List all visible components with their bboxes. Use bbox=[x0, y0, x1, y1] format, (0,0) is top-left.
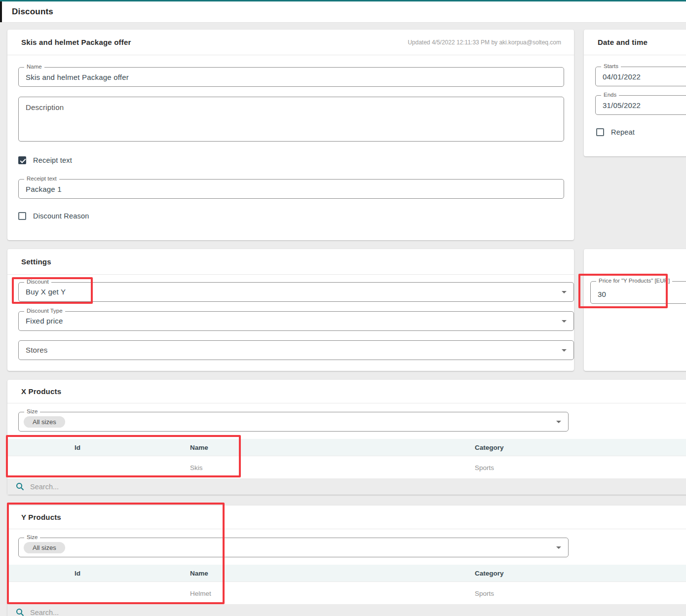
all-sizes-chip[interactable]: All sizes bbox=[24, 542, 65, 553]
checkbox-unchecked-icon[interactable] bbox=[596, 128, 604, 136]
page-title: Discounts bbox=[12, 7, 53, 17]
starts-field-label: Starts bbox=[601, 63, 621, 69]
x-products-card: X Products Size All sizes Id Name Catego… bbox=[7, 380, 686, 495]
receipt-text-field[interactable]: Receipt text bbox=[18, 179, 564, 199]
y-row-name: Helmet bbox=[190, 589, 211, 597]
settings-card-title: Settings bbox=[21, 257, 51, 266]
price-card: Price for "Y Products" [EUR] bbox=[584, 249, 686, 371]
y-size-select[interactable]: Size All sizes bbox=[18, 538, 569, 557]
x-products-header: X Products bbox=[7, 380, 686, 403]
y-products-header: Y Products bbox=[7, 506, 686, 529]
table-row[interactable]: Helmet Sports bbox=[7, 582, 686, 604]
y-table-header-row: Id Name Category bbox=[7, 565, 686, 582]
checkbox-unchecked-icon[interactable] bbox=[18, 212, 26, 220]
y-col-name: Name bbox=[190, 570, 208, 577]
discount-select-value: Buy X get Y bbox=[19, 283, 573, 301]
chevron-down-icon bbox=[562, 291, 567, 293]
discount-type-select[interactable]: Discount Type Fixed price bbox=[18, 311, 574, 331]
receipt-text-input[interactable] bbox=[19, 180, 564, 198]
offer-card-title: Skis and helmet Package offer bbox=[21, 38, 131, 46]
repeat-checkbox[interactable]: Repeat bbox=[596, 128, 635, 136]
price-field-label: Price for "Y Products" [EUR] bbox=[596, 278, 672, 284]
x-row-category: Sports bbox=[475, 464, 494, 471]
table-row[interactable]: Skis Sports bbox=[7, 456, 686, 478]
x-col-id: Id bbox=[75, 444, 80, 451]
discount-type-select-value: Fixed price bbox=[19, 312, 573, 330]
window-edge bbox=[0, 1, 2, 22]
x-size-select[interactable]: Size All sizes bbox=[18, 412, 569, 432]
y-products-search-input[interactable] bbox=[29, 608, 686, 616]
y-products-title: Y Products bbox=[21, 513, 61, 521]
datetime-card-title: Date and time bbox=[598, 38, 648, 46]
price-input[interactable] bbox=[591, 282, 686, 303]
ends-input[interactable] bbox=[596, 96, 686, 114]
x-table-header-row: Id Name Category bbox=[7, 439, 686, 456]
x-products-search-row bbox=[7, 478, 686, 495]
search-icon bbox=[16, 608, 24, 616]
discount-select[interactable]: Discount Buy X get Y bbox=[18, 282, 574, 302]
discount-reason-checkbox-label: Discount Reason bbox=[33, 212, 89, 220]
search-icon bbox=[16, 482, 24, 491]
datetime-card: Date and time Starts Ends Repeat bbox=[584, 30, 686, 156]
x-products-search-input[interactable] bbox=[29, 482, 686, 491]
name-field-label: Name bbox=[24, 64, 44, 70]
y-products-table: Id Name Category Helmet Sports bbox=[7, 565, 686, 604]
repeat-checkbox-label: Repeat bbox=[611, 128, 635, 136]
checkbox-checked-icon[interactable] bbox=[18, 156, 26, 164]
x-products-table: Id Name Category Skis Sports bbox=[7, 439, 686, 478]
discount-select-label: Discount bbox=[24, 279, 51, 285]
all-sizes-chip[interactable]: All sizes bbox=[24, 416, 65, 428]
y-col-category: Category bbox=[475, 570, 504, 577]
y-row-category: Sports bbox=[475, 589, 494, 597]
y-col-id: Id bbox=[75, 570, 80, 577]
starts-field[interactable]: Starts bbox=[595, 67, 686, 86]
receipt-text-checkbox-label: Receipt text bbox=[33, 156, 72, 164]
receipt-text-checkbox[interactable]: Receipt text bbox=[18, 156, 72, 164]
discount-type-select-label: Discount Type bbox=[24, 308, 65, 314]
starts-input[interactable] bbox=[596, 67, 686, 86]
description-field-label: Description bbox=[19, 97, 564, 116]
receipt-text-field-label: Receipt text bbox=[24, 176, 59, 181]
settings-card: Settings Discount Buy X get Y Discount T… bbox=[7, 249, 574, 371]
discount-reason-checkbox[interactable]: Discount Reason bbox=[18, 212, 89, 220]
price-field[interactable]: Price for "Y Products" [EUR] bbox=[590, 281, 686, 304]
ends-field-label: Ends bbox=[601, 92, 619, 98]
x-products-title: X Products bbox=[21, 387, 61, 396]
x-size-select-label: Size bbox=[24, 408, 40, 414]
y-size-select-label: Size bbox=[24, 534, 40, 540]
offer-card: Skis and helmet Package offer Updated 4/… bbox=[7, 30, 574, 240]
offer-card-header: Skis and helmet Package offer Updated 4/… bbox=[7, 30, 574, 55]
chevron-down-icon bbox=[562, 349, 567, 352]
chevron-down-icon bbox=[556, 546, 561, 549]
y-products-search-row bbox=[7, 604, 686, 616]
datetime-card-header: Date and time bbox=[584, 30, 686, 55]
y-products-card: Y Products Size All sizes Id Name Catego… bbox=[7, 506, 686, 616]
app-header: Discounts bbox=[0, 0, 686, 23]
updated-timestamp: Updated 4/5/2022 12:11:33 PM by aki.korp… bbox=[408, 39, 561, 46]
stores-select-placeholder: Stores bbox=[19, 341, 573, 359]
stores-select[interactable]: Stores bbox=[18, 340, 574, 360]
description-field[interactable]: Description bbox=[18, 97, 564, 142]
x-row-name: Skis bbox=[190, 464, 203, 471]
name-input[interactable] bbox=[19, 68, 564, 86]
chevron-down-icon bbox=[556, 421, 561, 423]
settings-card-header: Settings bbox=[7, 249, 574, 275]
name-field[interactable]: Name bbox=[18, 67, 564, 87]
chevron-down-icon bbox=[562, 320, 567, 323]
discounts-page: Discounts Skis and helmet Package offer … bbox=[0, 0, 686, 616]
x-col-name: Name bbox=[190, 444, 208, 451]
x-col-category: Category bbox=[475, 444, 504, 451]
ends-field[interactable]: Ends bbox=[595, 95, 686, 115]
